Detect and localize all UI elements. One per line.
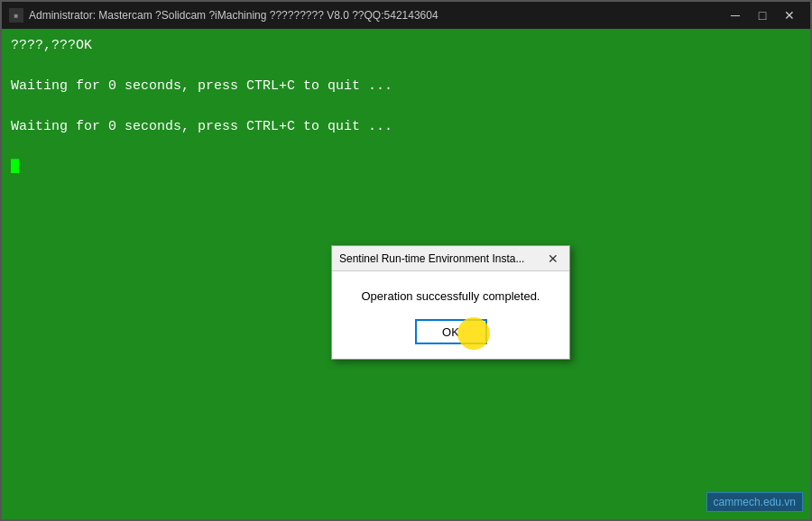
- watermark: cammech.edu.vn: [706, 492, 803, 512]
- maximize-button[interactable]: □: [749, 2, 776, 29]
- title-bar: ■ Administrator: Mastercam ?Solidcam ?iM…: [2, 2, 810, 29]
- terminal-content: ????,???OK Waiting for 0 seconds, press …: [2, 29, 810, 186]
- terminal-line-2: [11, 57, 801, 78]
- sentinel-dialog: Sentinel Run-time Environment Insta... ✕…: [331, 245, 570, 360]
- dialog-message: Operation successfully completed.: [346, 289, 555, 303]
- terminal-line-5: Waiting for 0 seconds, press CTRL+C to q…: [11, 117, 801, 138]
- window-title: Administrator: Mastercam ?Solidcam ?iMac…: [29, 9, 722, 22]
- ok-button[interactable]: OK: [415, 319, 487, 344]
- main-window: ■ Administrator: Mastercam ?Solidcam ?iM…: [0, 0, 812, 521]
- window-icon: ■: [9, 8, 23, 23]
- terminal-line-1: ????,???OK: [11, 36, 801, 57]
- window-controls: ─ □ ✕: [722, 2, 803, 29]
- terminal-cursor: █: [11, 158, 801, 178]
- dialog-body: Operation successfully completed. OK: [332, 271, 569, 359]
- minimize-button[interactable]: ─: [722, 2, 749, 29]
- dialog-close-button[interactable]: ✕: [544, 250, 562, 268]
- terminal-line-4: [11, 97, 801, 118]
- dialog-title: Sentinel Run-time Environment Insta...: [339, 252, 544, 265]
- terminal-line-6: [11, 138, 801, 159]
- dialog-title-bar: Sentinel Run-time Environment Insta... ✕: [332, 246, 569, 271]
- terminal-line-3: Waiting for 0 seconds, press CTRL+C to q…: [11, 77, 801, 97]
- close-button[interactable]: ✕: [776, 2, 803, 29]
